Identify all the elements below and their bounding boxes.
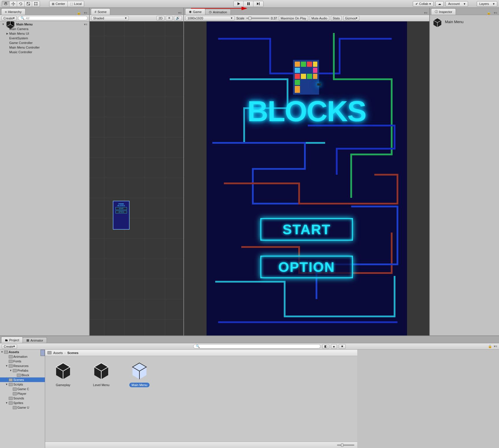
cloud-button[interactable]: ☁ xyxy=(435,1,444,7)
breadcrumb-item[interactable]: Scenes xyxy=(67,351,79,355)
move-tool-button[interactable] xyxy=(10,1,17,7)
scene-menu-icon[interactable]: ▾≡ xyxy=(84,23,87,26)
svg-point-5 xyxy=(37,5,38,5)
hierarchy-item-label: Main Camera xyxy=(9,27,28,31)
inspector-title: Main Menu xyxy=(445,20,463,24)
lock-icon[interactable]: 🔒 xyxy=(77,11,81,15)
tree-item-label: Scenes xyxy=(13,378,24,381)
maximize-toggle[interactable]: Maximize On Play xyxy=(279,16,308,21)
hierarchy-tab[interactable]: ≡Hierarchy xyxy=(1,8,25,15)
project-tree-row[interactable]: ▼Assets xyxy=(0,350,45,354)
project-tree-row[interactable]: ▼Prefabs xyxy=(0,368,45,373)
rotate-tool-button[interactable] xyxy=(17,1,25,7)
scene-viewport[interactable]: PRIMEBLOCKS START OPTION xyxy=(90,21,183,335)
tag-icon: ● xyxy=(333,345,335,348)
project-create-dropdown[interactable]: Create ▾ xyxy=(2,344,17,349)
animation-tab[interactable]: ◷Animation xyxy=(205,9,231,15)
project-tree-row[interactable]: ▼Resources xyxy=(0,364,45,368)
rect-tool-button[interactable] xyxy=(32,1,40,7)
shaded-dropdown[interactable]: Shaded▾ xyxy=(91,16,129,21)
account-button[interactable]: Account▾ xyxy=(445,1,468,7)
hierarchy-item[interactable]: EventSystem xyxy=(0,36,89,40)
project-tree-row[interactable]: ▼Sprites xyxy=(0,401,45,405)
unity-logo-icon xyxy=(432,17,443,28)
expand-icon[interactable]: ▼ xyxy=(2,23,5,26)
project-tab[interactable]: 🖿Project xyxy=(1,337,23,343)
2d-toggle[interactable]: 2D xyxy=(156,16,165,21)
scene-tab[interactable]: #Scene xyxy=(91,8,110,15)
asset-item[interactable]: Main Menu xyxy=(126,362,153,387)
layers-button[interactable]: Layers▾ xyxy=(477,1,497,7)
inspector-tab[interactable]: ⓘInspector xyxy=(431,8,456,15)
project-tree-row[interactable]: Animation xyxy=(0,354,45,359)
project-tree-row[interactable]: Game C xyxy=(0,387,45,391)
hierarchy-item[interactable]: Main Menu Controller xyxy=(0,45,89,50)
gizmos-dropdown[interactable]: Gizmos ▾ xyxy=(343,16,359,21)
hierarchy-tree: ▼Main Menu▾≡ Main Camera ▶Main Menu UI E… xyxy=(0,21,89,335)
scene-root-row[interactable]: ▼Main Menu▾≡ xyxy=(0,22,89,27)
p-block-icon xyxy=(293,60,319,95)
project-tree-row[interactable]: Sounds xyxy=(0,396,45,401)
step-button[interactable] xyxy=(253,1,263,7)
hand-tool-button[interactable] xyxy=(2,1,10,7)
filter-button-1[interactable]: ◧ xyxy=(322,344,329,349)
center-pivot-button[interactable]: ⊞Center xyxy=(49,1,67,7)
asset-item[interactable]: Gameplay xyxy=(50,362,76,387)
expand-icon[interactable]: ▼ xyxy=(5,401,8,404)
create-dropdown[interactable]: Create ▾ xyxy=(1,16,17,21)
local-pivot-button[interactable]: ⬚Local xyxy=(67,1,84,7)
hierarchy-item[interactable]: Game Controller xyxy=(0,40,89,45)
panel-menu-icon[interactable]: ▾≡ xyxy=(424,11,428,15)
expand-icon[interactable]: ▼ xyxy=(5,364,8,367)
panel-menu-icon[interactable]: ▾≡ xyxy=(494,11,497,15)
project-tree-row[interactable]: ▼Scripts xyxy=(0,382,45,387)
game-tab[interactable]: ◉Game xyxy=(185,8,205,15)
game-viewport[interactable]: RIME BLOCKS START OPTION xyxy=(184,21,429,335)
lighting-toggle[interactable]: ☀ xyxy=(166,16,173,21)
hierarchy-item[interactable]: ▶Main Menu UI xyxy=(0,31,89,36)
stats-toggle[interactable]: Stats xyxy=(331,16,342,21)
collab-button[interactable]: ✔Collab▾ xyxy=(413,1,434,7)
scrollbar-thumb[interactable] xyxy=(40,350,45,356)
audio-toggle[interactable]: 🔊 xyxy=(174,16,182,21)
lock-icon[interactable]: 🔒 xyxy=(487,11,491,15)
panel-menu-icon[interactable]: ▾≡ xyxy=(494,344,497,348)
project-tree-row[interactable]: Player xyxy=(0,391,45,396)
project-tree-row[interactable]: Fonts xyxy=(0,359,45,364)
hierarchy-item[interactable]: Music Controller xyxy=(0,50,89,54)
hierarchy-item[interactable]: Main Camera xyxy=(0,27,89,31)
game-start-button[interactable]: START xyxy=(260,218,353,241)
play-button[interactable] xyxy=(234,1,244,7)
hierarchy-search[interactable]: 🔍All xyxy=(18,16,88,20)
asset-size-slider[interactable] xyxy=(337,445,354,446)
project-tree-row[interactable]: Scenes xyxy=(0,377,45,382)
scale-slider[interactable] xyxy=(246,18,269,19)
folder-icon xyxy=(9,401,13,405)
panel-menu-icon[interactable]: ▾≡ xyxy=(84,11,87,15)
pause-button[interactable] xyxy=(244,1,253,7)
asset-item[interactable]: Level Menu xyxy=(88,362,115,387)
mute-toggle[interactable]: Mute Audio xyxy=(310,16,329,21)
resolution-dropdown[interactable]: 1080x1920▾ xyxy=(185,16,235,21)
expand-icon[interactable]: ▼ xyxy=(9,369,12,372)
project-tree-row[interactable]: Block xyxy=(0,373,45,377)
unity-scene-icon xyxy=(130,362,149,380)
slider-knob[interactable] xyxy=(341,443,343,447)
favorite-button[interactable]: ★ xyxy=(339,344,346,349)
expand-icon[interactable]: ▼ xyxy=(5,383,8,386)
lock-icon[interactable]: 🔒 xyxy=(488,344,492,348)
hierarchy-tabbar: ≡Hierarchy 🔒 ▾≡ xyxy=(0,8,89,15)
scene-tabbar: #Scene ▾≡ xyxy=(90,8,183,15)
breadcrumb-item[interactable]: Assets xyxy=(53,351,63,355)
slider-knob[interactable] xyxy=(248,16,251,20)
scale-tool-button[interactable] xyxy=(25,1,32,7)
filter-button-2[interactable]: ● xyxy=(331,344,337,349)
game-option-button[interactable]: OPTION xyxy=(260,256,353,278)
expand-icon[interactable]: ▼ xyxy=(1,351,3,353)
animator-tab[interactable]: ▦Animator xyxy=(23,337,47,343)
scene-camera-preview[interactable]: PRIMEBLOCKS START OPTION xyxy=(113,201,130,230)
project-tree-row[interactable]: Game U xyxy=(0,405,45,410)
project-search[interactable]: 🔍 xyxy=(193,344,321,349)
expand-icon[interactable]: ▶ xyxy=(6,32,9,35)
panel-menu-icon[interactable]: ▾≡ xyxy=(178,11,182,15)
